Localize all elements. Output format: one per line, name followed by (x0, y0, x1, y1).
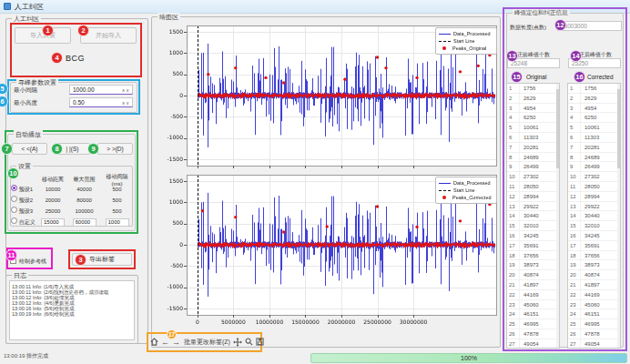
preset-row-3[interactable]: 预设3 25000 100000 500 (11, 206, 133, 217)
table-row[interactable]: 2244169 (568, 290, 620, 300)
table-row[interactable]: 1532010 (568, 221, 620, 231)
original-column-header: Original (526, 74, 546, 80)
table-row[interactable]: 926499 (568, 162, 620, 172)
table-row[interactable]: 1027302 (507, 172, 559, 182)
table-row[interactable]: 824689 (507, 153, 559, 163)
table-row[interactable]: 2141897 (507, 280, 559, 290)
col-move-distance: 移动距离 (38, 176, 67, 184)
table-row[interactable]: 1329922 (568, 202, 620, 212)
table-row[interactable]: 1634245 (568, 231, 620, 241)
min-interval-input[interactable] (70, 86, 122, 93)
table-row[interactable]: 22629 (507, 94, 559, 104)
preset-row-2[interactable]: 预设2 20000 80000 500 (11, 195, 133, 206)
step-back-button[interactable]: < <(A) (12, 143, 47, 155)
min-interval-spinbox[interactable]: ∧∨ (69, 85, 133, 95)
table-row[interactable]: 2446151 (568, 309, 620, 319)
table-row[interactable]: 34954 (568, 104, 620, 114)
table-row[interactable]: 2345060 (507, 300, 559, 310)
table-row[interactable]: 1938973 (568, 260, 620, 270)
table-row[interactable]: 2546995 (568, 319, 620, 329)
preset3-radio[interactable] (11, 207, 17, 213)
corrected-peaks-table[interactable]: 1175622629349544625051006161130372028182… (567, 83, 621, 349)
table-row[interactable]: 611303 (507, 133, 559, 143)
table-row[interactable]: 1228994 (568, 192, 620, 202)
zoom-button[interactable] (244, 336, 254, 348)
table-row[interactable]: 2546995 (507, 319, 559, 329)
original-table-body: 1175622629349544625051006161130372028182… (507, 84, 559, 349)
table-row[interactable]: 510061 (507, 123, 559, 133)
table-row[interactable]: 1027302 (568, 172, 620, 182)
table-row[interactable]: 1430440 (507, 211, 559, 221)
original-table-scrollbar[interactable] (556, 84, 559, 348)
table-row[interactable]: 1837656 (507, 251, 559, 261)
preset2-distance: 20000 (38, 197, 67, 203)
callout-9: 9 (87, 143, 99, 155)
spinner-arrows-icon[interactable]: ∧∨ (122, 87, 132, 93)
table-row[interactable]: 2749054 (568, 339, 620, 349)
table-row[interactable]: 1430440 (568, 211, 620, 221)
table-row[interactable]: 2141897 (568, 280, 620, 290)
table-row[interactable]: 1735691 (568, 241, 620, 251)
corrected-table-scrollbar[interactable] (617, 84, 620, 348)
original-peaks-table[interactable]: 1175622629349544625051006161130372028182… (506, 83, 560, 349)
table-row[interactable]: 11756 (568, 84, 620, 94)
batch-edit-labels-button[interactable]: 批量更改标签(Z) (182, 338, 232, 347)
table-row[interactable]: 46250 (568, 113, 620, 123)
autoplay-group-label: 自动播放 (14, 130, 43, 139)
custom-row[interactable]: 自定义 (11, 217, 133, 228)
step-forward-button[interactable]: > >(D) (97, 143, 133, 155)
custom-distance-input[interactable] (41, 218, 65, 227)
table-row[interactable]: 720281 (568, 143, 620, 153)
table-row[interactable]: 720281 (507, 143, 559, 153)
preset3-range: 100000 (67, 208, 101, 214)
custom-range-input[interactable] (73, 218, 97, 227)
peak-info-group-label: 峰值定位和纠正信息 (513, 9, 570, 17)
table-row[interactable]: 2040874 (507, 270, 559, 280)
status-message: 13:00:19 操作完成 (4, 352, 48, 360)
table-row[interactable]: 1837656 (568, 251, 620, 261)
callout-14: 14 (570, 50, 582, 62)
table-row[interactable]: 2647878 (568, 329, 620, 339)
table-row[interactable]: 1735691 (507, 241, 559, 251)
custom-interval-input[interactable] (106, 218, 129, 227)
home-button[interactable] (149, 336, 159, 348)
save-button[interactable] (255, 336, 265, 348)
table-row[interactable]: 22629 (568, 94, 620, 104)
col-move-interval: 移动间隔(ms) (101, 173, 133, 187)
table-row[interactable]: 611303 (568, 133, 620, 143)
min-height-spinbox[interactable]: ∧∨ (69, 97, 133, 107)
table-row[interactable]: 1634245 (507, 231, 559, 241)
spinner-arrows-icon[interactable]: ∧∨ (122, 100, 132, 106)
table-row[interactable]: 1228994 (507, 192, 559, 202)
callout-4: 4 (51, 52, 63, 64)
table-row[interactable]: 2446151 (507, 309, 559, 319)
table-row[interactable]: 2647878 (507, 329, 559, 339)
table-row[interactable]: 1128050 (568, 182, 620, 192)
table-row[interactable]: 2040874 (568, 270, 620, 280)
table-row[interactable]: 11756 (507, 84, 559, 94)
table-row[interactable]: 824689 (568, 153, 620, 163)
custom-radio[interactable] (11, 217, 17, 224)
preset1-range: 40000 (67, 187, 101, 192)
table-row[interactable]: 46250 (507, 113, 559, 123)
table-row[interactable]: 2345060 (568, 300, 620, 310)
table-row[interactable]: 2244169 (507, 290, 559, 300)
table-row[interactable]: 1329922 (507, 202, 559, 212)
preset-table-header-row: 移动距离 最大范围 移动间隔(ms) (11, 173, 133, 184)
dot-swatch (442, 46, 446, 50)
min-height-input[interactable] (70, 99, 122, 106)
preset1-radio[interactable] (11, 185, 17, 191)
log-text[interactable]: 13:00:11 Info: (1/6)导入完成13:00:11 Info: (… (9, 280, 135, 340)
signal-charts-canvas[interactable] (157, 20, 499, 329)
table-row[interactable]: 34954 (507, 104, 559, 114)
table-row[interactable]: 1938973 (507, 260, 559, 270)
table-row[interactable]: 1128050 (507, 182, 559, 192)
table-row[interactable]: 2749054 (507, 339, 559, 349)
data-length-value[interactable] (557, 21, 622, 31)
preset2-radio[interactable] (11, 196, 17, 202)
dot-swatch (442, 196, 446, 199)
table-row[interactable]: 510061 (568, 123, 620, 133)
table-row[interactable]: 1532010 (507, 221, 559, 231)
table-row[interactable]: 926499 (507, 162, 559, 172)
pan-button[interactable] (233, 336, 243, 348)
